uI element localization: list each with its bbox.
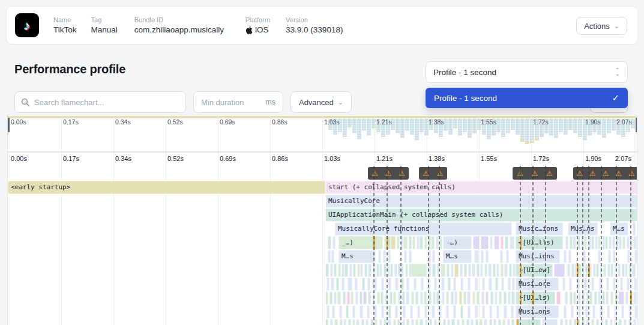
flame-frame-sliver[interactable] <box>328 236 331 249</box>
flame-frame-sliver[interactable] <box>395 278 399 291</box>
flame-frame-sliver[interactable] <box>584 236 587 249</box>
flame-frame-sliver[interactable] <box>415 319 418 325</box>
flame-frame-sliver[interactable] <box>472 291 475 305</box>
flame-frame-sliver[interactable] <box>602 291 605 305</box>
flame-frame-sliver[interactable] <box>343 319 346 325</box>
flame-frame-sliver[interactable] <box>340 319 343 325</box>
flame-frame-sliver[interactable] <box>429 291 432 305</box>
flame-frame-sliver[interactable] <box>554 264 565 277</box>
flame-frame-sliver[interactable] <box>488 264 492 277</box>
flame-frame-sliver[interactable] <box>618 264 621 277</box>
flame-frame[interactable]: M…s <box>339 250 376 263</box>
flame-frame-sliver[interactable] <box>356 319 360 325</box>
flame-frame-sliver[interactable] <box>453 278 456 291</box>
flame-frame-sliver[interactable] <box>374 305 377 318</box>
flame-frame-sliver[interactable] <box>411 291 414 305</box>
flame-frame-sliver[interactable] <box>361 319 364 325</box>
flame-frame-sliver[interactable] <box>406 278 409 291</box>
flame-frame-sliver[interactable] <box>381 305 384 318</box>
flame-frame-sliver[interactable] <box>489 278 492 291</box>
flame-frame-sliver[interactable] <box>594 291 597 305</box>
profile-menu-item-selected[interactable]: Profile - 1 second ✓ <box>426 88 628 108</box>
flame-frame-sliver[interactable] <box>397 236 400 249</box>
flame-frame[interactable]: MusicallyCore <box>325 195 637 208</box>
flame-frame-sliver[interactable] <box>384 319 387 325</box>
flame-frame-sliver[interactable] <box>412 236 415 249</box>
flame-frame-sliver[interactable] <box>614 264 617 277</box>
flame-frame-sliver[interactable] <box>610 319 613 325</box>
flame-frame-sliver[interactable] <box>618 291 624 305</box>
flame-frame-sliver[interactable] <box>364 264 367 277</box>
flame-frame-sliver[interactable] <box>565 291 568 305</box>
flame-frame-sliver[interactable] <box>613 278 616 291</box>
flame-frame-sliver[interactable] <box>512 278 515 291</box>
flame-frame-sliver[interactable] <box>577 236 580 249</box>
flame-frame-sliver[interactable] <box>481 291 484 305</box>
flame-frame-sliver[interactable] <box>348 319 351 325</box>
flame-frame-sliver[interactable] <box>582 264 585 277</box>
flame-frame-sliver[interactable] <box>498 319 501 325</box>
flame-frame-sliver[interactable] <box>352 305 355 318</box>
flame-frame-sliver[interactable] <box>482 278 485 291</box>
flame-frame-sliver[interactable] <box>460 305 463 318</box>
flame-frame-sliver[interactable] <box>388 319 391 325</box>
flame-frame-sliver[interactable] <box>577 278 580 291</box>
flame-frame-sliver[interactable] <box>472 264 475 277</box>
flame-frame-sliver[interactable] <box>507 319 510 325</box>
flame-frame-sliver[interactable] <box>349 264 352 277</box>
flame-frame-sliver[interactable] <box>589 291 592 305</box>
flame-frame-sliver[interactable] <box>429 319 432 325</box>
flame-frame-sliver[interactable] <box>406 291 409 305</box>
flame-frame-sliver[interactable] <box>603 264 606 277</box>
flame-frame-sliver[interactable] <box>482 305 485 318</box>
flame-frame-sliver[interactable] <box>493 264 496 277</box>
flame-frame-sliver[interactable] <box>475 278 478 291</box>
flame-frame-sliver[interactable] <box>464 264 467 277</box>
flame-frame-sliver[interactable] <box>343 291 346 305</box>
flame-frame-sliver[interactable] <box>511 305 514 318</box>
flame-frame-sliver[interactable] <box>582 291 585 305</box>
flame-frame-sliver[interactable] <box>618 319 622 325</box>
flame-frame-sliver[interactable] <box>560 319 563 325</box>
flame-frame-sliver[interactable] <box>432 305 435 318</box>
flame-frame-sliver[interactable] <box>409 236 412 249</box>
flame-frame[interactable]: Mus…ns <box>568 222 598 235</box>
warning-badge-group[interactable]: ⚠⚠⚠ <box>513 167 557 180</box>
flame-frame-sliver[interactable] <box>388 278 391 291</box>
flame-frame-sliver[interactable] <box>360 305 363 318</box>
flame-frame-sliver[interactable] <box>375 319 378 325</box>
flame-frame-sliver[interactable] <box>373 264 376 277</box>
flame-frame-sliver[interactable] <box>351 291 354 305</box>
flame-frame-sliver[interactable] <box>348 278 352 291</box>
flame-frame-sliver[interactable] <box>411 319 414 325</box>
flame-frame-sliver[interactable] <box>471 319 474 325</box>
flame-frame-sliver[interactable] <box>468 305 471 318</box>
flame-frame-sliver[interactable] <box>598 236 601 249</box>
flame-frame-sliver[interactable] <box>347 291 350 305</box>
flame-frame-sliver[interactable] <box>463 291 466 305</box>
flame-frame-sliver[interactable] <box>439 305 442 318</box>
flame-frame-sliver[interactable] <box>568 250 571 263</box>
flame-frame-sliver[interactable] <box>368 291 371 305</box>
flame-frame-sliver[interactable] <box>634 278 637 291</box>
flame-frame-sliver[interactable] <box>633 319 636 325</box>
flame-frame-sliver[interactable] <box>331 250 334 263</box>
flame-frame-sliver[interactable] <box>325 291 328 305</box>
flame-frame-sliver[interactable] <box>625 291 628 305</box>
flame-frame-sliver[interactable] <box>393 319 396 325</box>
flame-frame-sliver[interactable] <box>610 264 613 277</box>
flame-frame-sliver[interactable] <box>451 264 454 277</box>
flame-frame-sliver[interactable] <box>425 319 428 325</box>
flame-frame-sliver[interactable] <box>596 319 599 325</box>
flame-frame-sliver[interactable] <box>447 264 450 277</box>
flame-frame-sliver[interactable] <box>398 291 401 305</box>
flame-frame-sliver[interactable] <box>453 305 456 318</box>
flame-frame-sliver[interactable] <box>556 291 561 305</box>
flame-frame-sliver[interactable] <box>447 319 450 325</box>
flame-frame-sliver[interactable] <box>578 305 581 318</box>
flame-frame-sliver[interactable] <box>490 236 493 249</box>
flame-frame-sliver[interactable] <box>355 278 358 291</box>
flame-frame-sliver[interactable] <box>609 236 612 249</box>
flame-frame-sliver[interactable] <box>489 319 492 325</box>
flame-frame-sliver[interactable] <box>393 291 396 305</box>
